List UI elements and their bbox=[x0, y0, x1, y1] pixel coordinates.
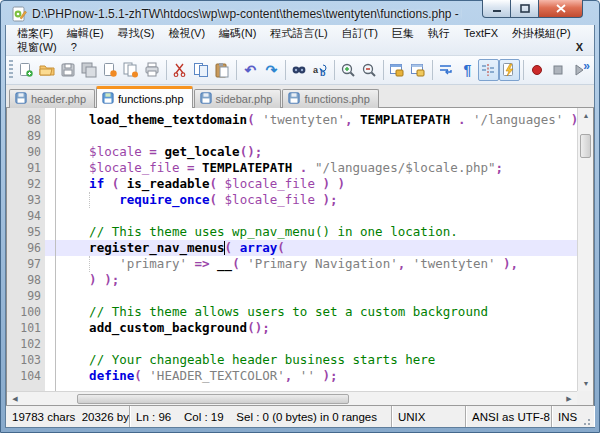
title-bar[interactable]: D:\PHPnow-1.5.1-zhTW\htdocs\wp\wp-conten… bbox=[5, 1, 595, 25]
code-line-102[interactable]: 102 bbox=[7, 336, 593, 352]
indent-guide-button[interactable] bbox=[478, 59, 499, 81]
scrollbar-corner bbox=[577, 391, 593, 405]
code-line-97[interactable]: 97 'primary' => __( 'Primary Navigation'… bbox=[7, 256, 593, 272]
toolbar-separator bbox=[166, 60, 167, 80]
horizontal-scroll-thumb[interactable] bbox=[77, 394, 349, 404]
cut-button[interactable] bbox=[170, 59, 191, 81]
code-line-96[interactable]: 96 register_nav_menus( array( bbox=[7, 240, 593, 256]
menubar-close-icon[interactable]: X bbox=[573, 41, 586, 53]
sync-horizontal-scroll-icon bbox=[409, 61, 427, 79]
menu-item-巨集[interactable]: 巨集 bbox=[385, 26, 421, 41]
vertical-scrollbar[interactable]: ▲ ▼ bbox=[577, 108, 593, 391]
editor-pane[interactable]: 88 load_theme_textdomain( 'twentyten', T… bbox=[6, 108, 594, 405]
paste-icon bbox=[213, 61, 231, 79]
code-line-98[interactable]: 98 ) ); bbox=[7, 272, 593, 288]
toolbar-overflow-chevron-icon[interactable]: » bbox=[583, 59, 590, 73]
toolbar-separator bbox=[523, 60, 524, 80]
menu-item-執行[interactable]: 執行 bbox=[421, 26, 457, 41]
tab-sidebar.php[interactable]: sidebar.php bbox=[194, 89, 282, 108]
menu-item-程式語言[interactable]: 程式語言(L) bbox=[263, 26, 334, 41]
menu-item-?[interactable]: ? bbox=[64, 41, 84, 53]
code-line-104[interactable]: 104 define( 'HEADER_TEXTCOLOR', '' ); bbox=[7, 368, 593, 384]
line-number: 96 bbox=[7, 240, 41, 256]
saved-file-icon bbox=[15, 92, 27, 106]
horizontal-scrollbar[interactable]: ◀ ▶ bbox=[7, 391, 593, 405]
code-line-90[interactable]: 90 $locale = get_locale(); bbox=[7, 144, 593, 160]
save-all-button[interactable] bbox=[79, 59, 100, 81]
code-line-99[interactable]: 99 bbox=[7, 288, 593, 304]
svg-text:a: a bbox=[313, 65, 319, 75]
close-file-icon bbox=[101, 61, 119, 79]
show-all-characters-button[interactable]: ¶ bbox=[457, 59, 478, 81]
code-line-93[interactable]: 93 require_once( $locale_file ); bbox=[7, 192, 593, 208]
vertical-scroll-thumb[interactable] bbox=[580, 134, 591, 158]
code-line-89[interactable]: 89 bbox=[7, 128, 593, 144]
status-encoding[interactable]: ANSI as UTF-8 bbox=[466, 406, 552, 427]
copy-button[interactable] bbox=[191, 59, 212, 81]
code-line-88[interactable]: 88 load_theme_textdomain( 'twentyten', T… bbox=[7, 112, 593, 128]
code-line-91[interactable]: 91 $locale_file = TEMPLATEPATH . "/langu… bbox=[7, 160, 593, 176]
code-line-101[interactable]: 101 add_custom_background(); bbox=[7, 320, 593, 336]
word-wrap-button[interactable] bbox=[436, 59, 457, 81]
tab-header.php[interactable]: header.php bbox=[9, 89, 95, 108]
find-button[interactable] bbox=[289, 59, 310, 81]
code-line-92[interactable]: 92 if ( is_readable( $locale_file ) ) bbox=[7, 176, 593, 192]
window-title: D:\PHPnow-1.5.1-zhTW\htdocs\wp\wp-conten… bbox=[32, 7, 462, 21]
document-map-button[interactable] bbox=[499, 59, 520, 81]
menu-item-自訂[interactable]: 自訂(T) bbox=[335, 26, 385, 41]
toolbar-grip[interactable] bbox=[9, 60, 13, 80]
paste-button[interactable] bbox=[212, 59, 233, 81]
menu-item-編輯[interactable]: 編輯(E) bbox=[60, 26, 111, 41]
macro-record-button[interactable] bbox=[527, 59, 548, 81]
scroll-right-icon[interactable]: ▶ bbox=[561, 392, 577, 405]
menu-item-TextFX[interactable]: TextFX bbox=[457, 27, 505, 39]
zoom-in-button[interactable] bbox=[338, 59, 359, 81]
menu-item-尋找[interactable]: 尋找(S) bbox=[111, 26, 162, 41]
open-folder-icon bbox=[38, 61, 56, 79]
resize-grip[interactable] bbox=[583, 416, 593, 426]
tab-label: header.php bbox=[31, 93, 86, 105]
print-button[interactable] bbox=[142, 59, 163, 81]
code-line-95[interactable]: 95 // This theme uses wp_nav_menu() in o… bbox=[7, 224, 593, 240]
line-number: 97 bbox=[7, 256, 41, 272]
menu-item-外掛模組[interactable]: 外掛模組(P) bbox=[505, 26, 578, 41]
code-line-100[interactable]: 100 // This theme allows users to set a … bbox=[7, 304, 593, 320]
zoom-out-button[interactable] bbox=[359, 59, 380, 81]
close-file-button[interactable] bbox=[100, 59, 121, 81]
menu-item-編碼[interactable]: 編碼(N) bbox=[212, 26, 263, 41]
line-number: 104 bbox=[7, 368, 41, 384]
code-text: load_theme_textdomain( 'twentyten', TEMP… bbox=[59, 112, 575, 128]
code-line-103[interactable]: 103 // Your changeable header business s… bbox=[7, 352, 593, 368]
close-all-button[interactable] bbox=[121, 59, 142, 81]
minimize-button[interactable] bbox=[482, 0, 511, 18]
new-file-button[interactable] bbox=[16, 59, 37, 81]
toolbar-separator bbox=[334, 60, 335, 80]
tab-label: functions.php bbox=[118, 93, 183, 105]
save-button[interactable] bbox=[58, 59, 79, 81]
copy-icon bbox=[192, 61, 210, 79]
replace-button[interactable]: ab bbox=[310, 59, 331, 81]
menu-item-視窗[interactable]: 視窗(W) bbox=[10, 40, 64, 55]
menu-item-檔案[interactable]: 檔案(F) bbox=[10, 26, 60, 41]
close-button[interactable] bbox=[538, 0, 583, 18]
open-folder-button[interactable] bbox=[37, 59, 58, 81]
save-icon bbox=[59, 61, 77, 79]
show-all-characters-icon: ¶ bbox=[463, 61, 471, 79]
maximize-button[interactable] bbox=[511, 0, 538, 18]
tab-functions.php-active[interactable]: functions.php bbox=[96, 86, 192, 108]
scroll-left-icon[interactable]: ◀ bbox=[7, 392, 23, 405]
word-wrap-icon bbox=[437, 61, 455, 79]
tab-functions.php[interactable]: functions.php bbox=[282, 89, 378, 108]
code-line-94[interactable]: 94 bbox=[7, 208, 593, 224]
status-eol-format[interactable]: UNIX bbox=[392, 406, 466, 427]
menu-item-檢視[interactable]: 檢視(V) bbox=[161, 26, 212, 41]
sync-vertical-scroll-button[interactable] bbox=[387, 59, 408, 81]
line-number: 91 bbox=[7, 160, 41, 176]
scroll-down-icon[interactable]: ▼ bbox=[578, 376, 593, 391]
macro-stop-button[interactable] bbox=[548, 59, 569, 81]
code-text: ) ); bbox=[59, 272, 575, 288]
scroll-up-icon[interactable]: ▲ bbox=[578, 108, 593, 123]
redo-button[interactable]: ↷ bbox=[261, 59, 282, 81]
sync-horizontal-scroll-button[interactable] bbox=[408, 59, 429, 81]
undo-button[interactable]: ↶ bbox=[240, 59, 261, 81]
